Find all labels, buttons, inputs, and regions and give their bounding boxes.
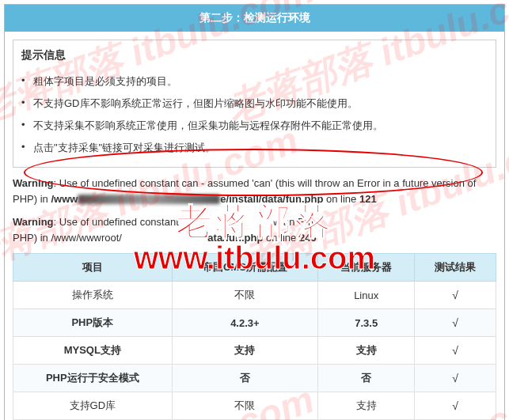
php-warning-1: Warning: Use of undefined constant can -…: [13, 176, 496, 206]
tips-item: 不支持采集不影响系统正常使用，但采集功能与远程保存附件不能正常使用。: [21, 115, 488, 137]
table-row: PHP运行于安全模式否否√: [13, 365, 496, 392]
row-label: PHP运行于安全模式: [13, 365, 173, 392]
row-current: 支持: [318, 392, 415, 420]
table-header: 项目: [13, 254, 173, 282]
row-label: 支持GD库: [13, 392, 173, 420]
table-row: 支持GD库不限支持√: [13, 392, 496, 420]
tips-box: 提示信息 粗体字项目是必须支持的项目。不支持GD库不影响系统正常运行，但图片缩略…: [13, 40, 496, 168]
row-label: MYSQL支持: [13, 337, 173, 365]
row-required: 不限: [172, 282, 317, 309]
table-row: PHP版本4.2.3+7.3.5√: [13, 309, 496, 337]
table-row: MYSQL支持支持支持√: [13, 337, 496, 365]
table-row: 操作系统不限Linux√: [13, 282, 496, 309]
tips-item: 粗体字项目是必须支持的项目。: [21, 70, 488, 93]
row-required: 4.2.3+: [172, 309, 317, 337]
row-required: 否: [172, 365, 317, 392]
php-warning-2: Warning: Use of undefined constant w an …: [13, 214, 496, 245]
row-current: 支持: [318, 337, 415, 365]
table-header: 测试结果: [415, 254, 496, 282]
row-current: 7.3.5: [318, 309, 415, 337]
install-panel: 第二步：检测运行环境 提示信息 粗体字项目是必须支持的项目。不支持GD库不影响系…: [4, 4, 505, 420]
step-header: 第二步：检测运行环境: [5, 5, 504, 32]
row-required: 支持: [172, 337, 317, 365]
env-check-table: 项目帝国CMS所需配置当前服务器测试结果 操作系统不限Linux√PHP版本4.…: [13, 253, 496, 420]
row-required: 不限: [172, 392, 317, 420]
row-result: √: [415, 282, 496, 309]
row-current: 否: [318, 365, 415, 392]
row-result: √: [415, 392, 496, 420]
tips-item: 点击"支持采集"链接可对采集进行测试。: [21, 137, 488, 159]
tips-item: 不支持GD库不影响系统正常运行，但图片缩略图与水印功能不能使用。: [21, 93, 488, 115]
tips-title: 提示信息: [21, 48, 488, 62]
row-result: √: [415, 337, 496, 365]
row-label: PHP版本: [13, 309, 173, 337]
redacted-path: [78, 195, 220, 204]
row-current: Linux: [318, 282, 415, 309]
table-header: 当前服务器: [318, 254, 415, 282]
row-label: 操作系统: [13, 282, 173, 309]
row-result: √: [415, 365, 496, 392]
table-header: 帝国CMS所需配置: [172, 254, 317, 282]
tips-list: 粗体字项目是必须支持的项目。不支持GD库不影响系统正常运行，但图片缩略图与水印功…: [21, 70, 488, 159]
row-result: √: [415, 309, 496, 337]
